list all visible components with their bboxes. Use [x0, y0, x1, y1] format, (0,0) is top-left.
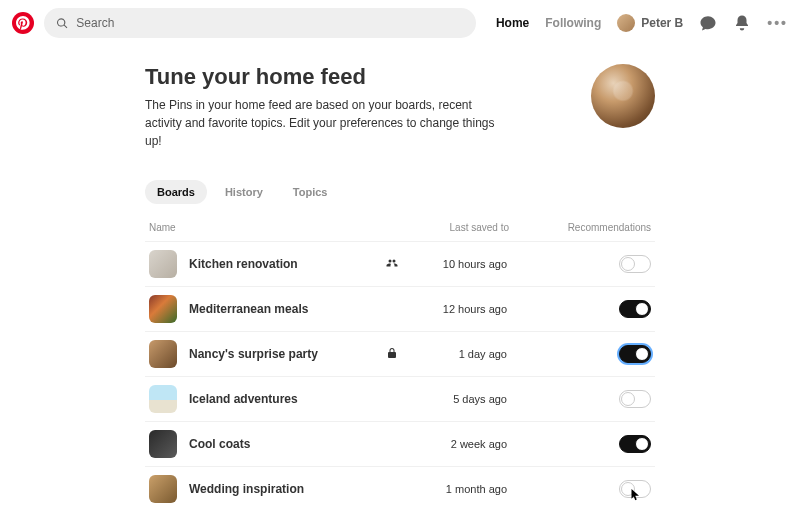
main-content: Tune your home feed The Pins in your hom… [145, 64, 655, 511]
recommendations-toggle[interactable] [619, 435, 651, 453]
board-last-saved: 1 month ago [407, 483, 537, 495]
board-name[interactable]: Iceland adventures [189, 392, 377, 406]
board-last-saved: 1 day ago [407, 348, 537, 360]
nav-following[interactable]: Following [545, 16, 601, 30]
table-row: Mediterranean meals12 hours ago [145, 286, 655, 331]
boards-table: Kitchen renovation10 hours agoMediterran… [145, 241, 655, 511]
recommendations-toggle[interactable] [619, 390, 651, 408]
nav-home[interactable]: Home [496, 16, 529, 30]
board-name[interactable]: Nancy's surprise party [189, 347, 377, 361]
recommendations-toggle[interactable] [619, 345, 651, 363]
board-privacy-icon-slot [377, 255, 407, 273]
recommendations-toggle[interactable] [619, 480, 651, 498]
board-last-saved: 10 hours ago [407, 258, 537, 270]
page-subtitle: The Pins in your home feed are based on … [145, 96, 505, 150]
board-thumbnail[interactable] [149, 250, 177, 278]
table-row: Wedding inspiration1 month ago [145, 466, 655, 511]
tab-topics[interactable]: Topics [281, 180, 340, 204]
table-row: Cool coats2 week ago [145, 421, 655, 466]
board-thumbnail[interactable] [149, 385, 177, 413]
lock-icon [386, 345, 398, 363]
tab-boards[interactable]: Boards [145, 180, 207, 204]
search-bar[interactable] [44, 8, 476, 38]
col-recommendations: Recommendations [539, 222, 651, 233]
col-name: Name [149, 222, 379, 233]
col-last-saved: Last saved to [379, 222, 539, 233]
board-last-saved: 12 hours ago [407, 303, 537, 315]
tab-history[interactable]: History [213, 180, 275, 204]
column-headers: Name Last saved to Recommendations [145, 222, 655, 241]
board-name[interactable]: Mediterranean meals [189, 302, 377, 316]
profile-avatar[interactable] [591, 64, 655, 128]
tabs: Boards History Topics [145, 180, 655, 204]
user-name: Peter B [641, 16, 683, 30]
board-name[interactable]: Cool coats [189, 437, 377, 451]
board-thumbnail[interactable] [149, 295, 177, 323]
table-row: Nancy's surprise party1 day ago [145, 331, 655, 376]
user-menu[interactable]: Peter B [617, 14, 683, 32]
board-name[interactable]: Wedding inspiration [189, 482, 377, 496]
messages-icon[interactable] [699, 14, 717, 32]
board-privacy-icon-slot [377, 345, 407, 363]
notifications-icon[interactable] [733, 14, 751, 32]
table-row: Kitchen renovation10 hours ago [145, 241, 655, 286]
group-icon [386, 255, 398, 273]
hero: Tune your home feed The Pins in your hom… [145, 64, 655, 150]
board-thumbnail[interactable] [149, 430, 177, 458]
board-thumbnail[interactable] [149, 475, 177, 503]
board-thumbnail[interactable] [149, 340, 177, 368]
board-last-saved: 5 days ago [407, 393, 537, 405]
search-input[interactable] [76, 16, 464, 30]
board-name[interactable]: Kitchen renovation [189, 257, 377, 271]
recommendations-toggle[interactable] [619, 300, 651, 318]
recommendations-toggle[interactable] [619, 255, 651, 273]
table-row: Iceland adventures5 days ago [145, 376, 655, 421]
avatar-icon [617, 14, 635, 32]
search-icon [56, 17, 68, 30]
top-nav: Home Following Peter B ••• [486, 14, 788, 32]
top-header: Home Following Peter B ••• [0, 0, 800, 46]
page-title: Tune your home feed [145, 64, 571, 90]
board-last-saved: 2 week ago [407, 438, 537, 450]
pinterest-logo-icon[interactable] [12, 12, 34, 34]
more-icon[interactable]: ••• [767, 15, 788, 31]
